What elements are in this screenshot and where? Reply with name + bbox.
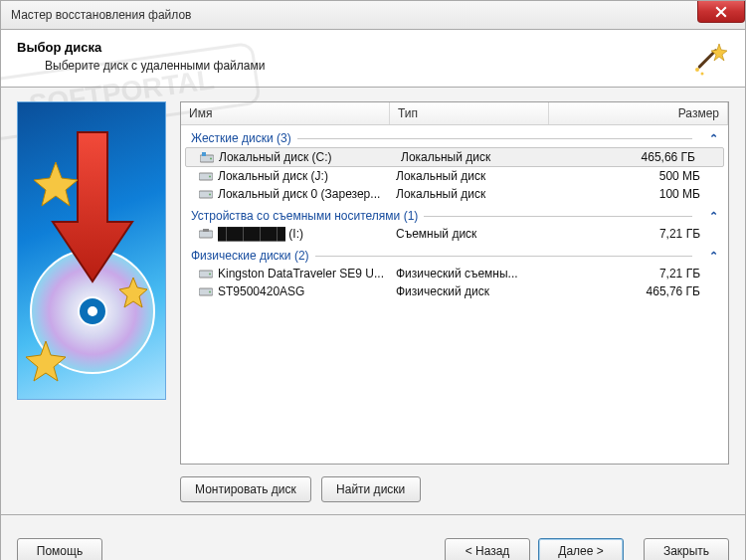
body-panel: Имя Тип Размер Жесткие диски (3) ⌃ Локал… bbox=[0, 88, 746, 515]
table-row[interactable]: ST9500420ASG Физический диск 465,76 ГБ bbox=[181, 282, 728, 300]
hdd-icon bbox=[199, 269, 213, 280]
svg-marker-1 bbox=[711, 44, 727, 61]
row-type: Физический съемны... bbox=[390, 267, 549, 280]
row-name: ST9500420ASG bbox=[218, 284, 304, 298]
hdd-icon bbox=[199, 171, 213, 182]
group-label: Физические диски (2) bbox=[191, 249, 309, 263]
row-size: 7,21 ГБ bbox=[549, 227, 728, 241]
row-size: 465,66 ГБ bbox=[554, 150, 723, 164]
group-label: Жесткие диски (3) bbox=[191, 131, 291, 145]
group-divider bbox=[315, 256, 692, 257]
page-title: Выбор диска bbox=[17, 40, 729, 55]
row-type: Локальный диск bbox=[390, 169, 549, 183]
next-button[interactable]: Далее > bbox=[538, 538, 624, 561]
row-size: 500 МБ bbox=[549, 169, 728, 183]
row-name: Kingston DataTraveler SE9 U... bbox=[218, 267, 384, 280]
mount-disk-button[interactable]: Монтировать диск bbox=[180, 476, 311, 502]
window-title: Мастер восстановления файлов bbox=[11, 8, 191, 22]
row-type: Локальный диск bbox=[390, 187, 549, 201]
back-button[interactable]: < Назад bbox=[445, 538, 530, 561]
row-name: Локальный диск 0 (Зарезер... bbox=[218, 187, 380, 201]
row-name: Локальный диск (C:) bbox=[219, 150, 332, 164]
close-window-button[interactable] bbox=[697, 1, 745, 23]
svg-rect-19 bbox=[199, 231, 213, 238]
table-row[interactable]: ████████ (I:) Съемный диск 7,21 ГБ bbox=[181, 225, 728, 243]
row-type: Съемный диск bbox=[390, 227, 549, 241]
list-header: Имя Тип Размер bbox=[181, 102, 728, 125]
svg-point-24 bbox=[209, 290, 211, 292]
row-name: Локальный диск (J:) bbox=[218, 169, 328, 183]
list-action-bar: Монтировать диск Найти диски bbox=[180, 476, 729, 502]
header-panel: Выбор диска Выберите диск с удаленными ф… bbox=[0, 30, 746, 88]
help-button[interactable]: Помощь bbox=[17, 538, 102, 561]
svg-point-8 bbox=[88, 306, 97, 316]
svg-point-3 bbox=[701, 73, 704, 76]
group-divider bbox=[297, 138, 692, 139]
svg-rect-20 bbox=[203, 229, 209, 232]
svg-point-2 bbox=[695, 68, 699, 72]
table-row[interactable]: Kingston DataTraveler SE9 U... Физически… bbox=[181, 265, 728, 282]
close-icon bbox=[715, 6, 727, 18]
hdd-icon bbox=[199, 286, 213, 297]
group-header-physical[interactable]: Физические диски (2) ⌃ bbox=[181, 243, 728, 265]
magic-wand-icon bbox=[687, 40, 727, 80]
svg-point-18 bbox=[209, 193, 211, 195]
svg-marker-9 bbox=[34, 162, 78, 206]
hdd-icon bbox=[199, 189, 213, 200]
find-disks-button[interactable]: Найти диски bbox=[321, 476, 421, 502]
chevron-up-icon[interactable]: ⌃ bbox=[709, 250, 718, 263]
column-header-size[interactable]: Размер bbox=[549, 102, 728, 124]
close-button[interactable]: Закрыть bbox=[644, 538, 729, 561]
table-row[interactable]: Локальный диск (J:) Локальный диск 500 М… bbox=[181, 167, 728, 185]
wizard-illustration bbox=[17, 101, 166, 400]
wizard-footer: Помощь < Назад Далее > Закрыть bbox=[0, 515, 746, 560]
removable-drive-icon bbox=[199, 229, 213, 240]
row-size: 465,76 ГБ bbox=[549, 284, 728, 298]
column-header-name[interactable]: Имя bbox=[181, 102, 390, 124]
row-size: 7,21 ГБ bbox=[549, 267, 728, 280]
page-subtitle: Выберите диск с удаленными файлами bbox=[45, 59, 729, 73]
group-header-hdd[interactable]: Жесткие диски (3) ⌃ bbox=[181, 125, 728, 147]
svg-point-22 bbox=[209, 273, 211, 275]
group-divider bbox=[424, 216, 692, 217]
group-label: Устройства со съемными носителями (1) bbox=[191, 209, 418, 223]
system-drive-icon bbox=[200, 152, 214, 163]
row-size: 100 МБ bbox=[549, 187, 728, 201]
row-type: Локальный диск bbox=[395, 150, 554, 164]
svg-point-14 bbox=[210, 157, 212, 159]
group-header-removable[interactable]: Устройства со съемными носителями (1) ⌃ bbox=[181, 203, 728, 225]
column-header-type[interactable]: Тип bbox=[390, 102, 549, 124]
titlebar: Мастер восстановления файлов bbox=[0, 0, 746, 30]
row-type: Физический диск bbox=[390, 284, 549, 298]
row-name: ████████ (I:) bbox=[218, 227, 303, 241]
svg-point-16 bbox=[209, 175, 211, 177]
list-column: Имя Тип Размер Жесткие диски (3) ⌃ Локал… bbox=[180, 101, 729, 502]
disk-list: Имя Тип Размер Жесткие диски (3) ⌃ Локал… bbox=[180, 101, 729, 465]
svg-rect-13 bbox=[202, 152, 206, 156]
chevron-up-icon[interactable]: ⌃ bbox=[709, 210, 718, 223]
table-row[interactable]: Локальный диск 0 (Зарезер... Локальный д… bbox=[181, 185, 728, 203]
table-row[interactable]: Локальный диск (C:) Локальный диск 465,6… bbox=[185, 147, 724, 167]
chevron-up-icon[interactable]: ⌃ bbox=[709, 132, 718, 145]
